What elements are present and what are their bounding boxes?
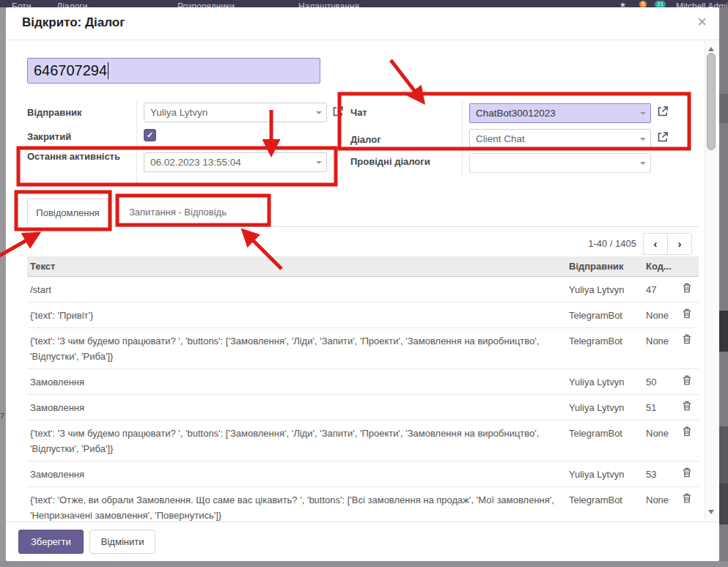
chat-field[interactable]: ChatBot30012023 xyxy=(469,103,651,123)
delete-row-button[interactable] xyxy=(681,400,691,413)
column-header-text[interactable]: Текст xyxy=(27,256,566,276)
modal-scrollbar[interactable] xyxy=(705,40,717,521)
message-text-cell[interactable]: {'text': 'З чим будемо працювати? ', 'bu… xyxy=(27,420,566,461)
table-row[interactable]: {'text': 'Привіт'} TelegramBot None xyxy=(27,302,699,327)
message-text-cell[interactable]: /start xyxy=(27,276,566,302)
table-row[interactable]: Замовлення Yuliya Lytvyn 51 xyxy=(27,394,699,420)
message-text-cell[interactable]: {'text': 'Привіт'} xyxy=(27,302,566,327)
message-text-cell[interactable]: Замовлення xyxy=(27,461,566,486)
message-text-cell[interactable]: {'text': 'З чим будемо працювати? ', 'bu… xyxy=(27,327,566,368)
message-code-cell[interactable]: 53 xyxy=(643,461,678,486)
notification-badge-orange[interactable]: 5 xyxy=(639,1,647,7)
column-header-code[interactable]: Код... xyxy=(643,256,678,276)
nav-item-bots[interactable]: Боти xyxy=(12,1,31,7)
modal-title: Відкрито: Діалог xyxy=(22,15,125,30)
close-icon[interactable]: × xyxy=(697,11,707,33)
sender-value: Yuliya Lytvyn xyxy=(150,107,207,118)
message-code-cell[interactable]: 51 xyxy=(643,394,678,420)
modal-header: Відкрито: Діалог × xyxy=(6,7,719,40)
message-code-cell[interactable]: None xyxy=(643,420,678,461)
record-name-input[interactable]: 646707294 xyxy=(27,58,320,84)
message-sender-cell[interactable]: TelegramBot xyxy=(566,302,643,327)
pager: ‹ › xyxy=(643,233,692,255)
external-link-icon[interactable] xyxy=(656,105,669,118)
nav-item-settings[interactable]: Налаштування xyxy=(298,1,359,7)
nav-item-dialogs[interactable]: Діалоги xyxy=(56,1,87,7)
message-sender-cell[interactable]: Yuliya Lytvyn xyxy=(566,368,643,394)
dialog-value: Client Chat xyxy=(476,133,525,144)
user-menu[interactable]: Mitchell Admin (chatStudiya xyxy=(676,1,728,7)
message-code-cell[interactable]: None xyxy=(643,327,678,368)
sender-field[interactable]: Yuliya Lytvyn xyxy=(144,103,327,122)
message-sender-cell[interactable]: Yuliya Lytvyn xyxy=(566,276,643,302)
tabs-divider xyxy=(27,226,699,227)
trash-icon xyxy=(683,310,691,321)
delete-row-button[interactable] xyxy=(681,308,691,321)
message-code-cell[interactable]: None xyxy=(643,486,678,522)
chat-value: ChatBot30012023 xyxy=(476,108,556,119)
record-name-value: 646707294 xyxy=(34,62,107,79)
background-right-patch xyxy=(719,426,728,483)
external-link-icon[interactable] xyxy=(331,105,345,118)
delete-row-button[interactable] xyxy=(681,467,691,480)
pager-range: 1-40 / 1405 xyxy=(588,238,636,249)
chevron-down-icon xyxy=(640,112,646,118)
background-text-fragment: 7 xyxy=(0,412,4,420)
tab-messages[interactable]: Повідомлення xyxy=(27,199,109,227)
message-code-cell[interactable]: None xyxy=(643,302,678,327)
message-text-cell[interactable]: Замовлення xyxy=(27,368,566,394)
message-text-cell[interactable]: {'text': 'Отже, ви обрали Замовлення. Що… xyxy=(27,486,566,522)
tab-question-answer[interactable]: Запитання - Відповідь xyxy=(120,199,265,226)
message-text-cell[interactable]: Замовлення xyxy=(27,394,566,420)
field-label-chat: Чат xyxy=(350,106,367,119)
messages-table: Текст Відправник Код... /start Yuliya Ly… xyxy=(27,256,699,522)
save-button[interactable]: Зберегти xyxy=(18,530,84,554)
chevron-left-icon: ‹ xyxy=(654,237,658,250)
column-header-sender[interactable]: Відправник xyxy=(566,256,643,276)
table-row[interactable]: {'text': 'Отже, ви обрали Замовлення. Що… xyxy=(27,486,699,522)
delete-row-button[interactable] xyxy=(681,282,691,295)
table-row[interactable]: Замовлення Yuliya Lytvyn 53 xyxy=(27,461,699,486)
message-sender-cell[interactable]: TelegramBot xyxy=(566,327,643,368)
chevron-down-icon xyxy=(640,162,646,168)
messages-table-body: /start Yuliya Lytvyn 47 {'text': 'Привіт… xyxy=(27,276,699,522)
leading-dialogs-field[interactable] xyxy=(469,153,651,173)
delete-row-button[interactable] xyxy=(681,492,691,505)
external-link-icon[interactable] xyxy=(656,130,669,144)
message-code-cell[interactable]: 47 xyxy=(643,276,678,302)
star-icon[interactable]: ★ xyxy=(619,1,626,7)
pager-next-button[interactable]: › xyxy=(667,233,692,255)
delete-row-button[interactable] xyxy=(681,333,691,346)
message-sender-cell[interactable]: Yuliya Lytvyn xyxy=(566,461,643,486)
message-sender-cell[interactable]: TelegramBot xyxy=(566,420,643,461)
message-sender-cell[interactable]: Yuliya Lytvyn xyxy=(566,394,643,420)
trash-icon xyxy=(683,336,691,346)
background-right-patch xyxy=(719,311,728,352)
scrollbar-up-arrow-icon[interactable] xyxy=(708,44,714,51)
field-label-closed: Закритий xyxy=(27,130,71,143)
cancel-button[interactable]: Відмінити xyxy=(89,530,156,554)
table-row[interactable]: {'text': 'З чим будемо працювати? ', 'bu… xyxy=(27,327,699,368)
text-cursor xyxy=(108,62,109,79)
pager-previous-button[interactable]: ‹ xyxy=(643,233,667,255)
delete-row-button[interactable] xyxy=(681,426,691,439)
table-row[interactable]: /start Yuliya Lytvyn 47 xyxy=(27,276,699,302)
delete-row-button[interactable] xyxy=(681,374,691,388)
last-activity-field[interactable]: 06.02.2023 13:55:04 xyxy=(144,152,327,172)
closed-checkbox[interactable]: ✓ xyxy=(144,129,156,141)
notification-badge-teal[interactable]: 21 xyxy=(655,1,666,7)
form-divider xyxy=(462,100,463,176)
table-row[interactable]: {'text': 'З чим будемо працювати? ', 'bu… xyxy=(27,420,699,461)
table-row[interactable]: Замовлення Yuliya Lytvyn 50 xyxy=(27,368,699,394)
message-sender-cell[interactable]: TelegramBot xyxy=(566,486,643,522)
nav-item-managers[interactable]: Розпорядники xyxy=(177,1,235,7)
scrollbar-thumb[interactable] xyxy=(707,53,716,150)
trash-icon xyxy=(683,469,691,480)
trash-icon xyxy=(683,402,691,413)
message-code-cell[interactable]: 50 xyxy=(643,368,678,394)
dialog-field[interactable]: Client Chat xyxy=(469,129,651,149)
scrollbar-down-arrow-icon[interactable] xyxy=(708,510,714,517)
field-label-sender: Відправник xyxy=(27,106,82,119)
background-bottom-strip xyxy=(0,561,728,567)
trash-icon xyxy=(683,494,691,505)
